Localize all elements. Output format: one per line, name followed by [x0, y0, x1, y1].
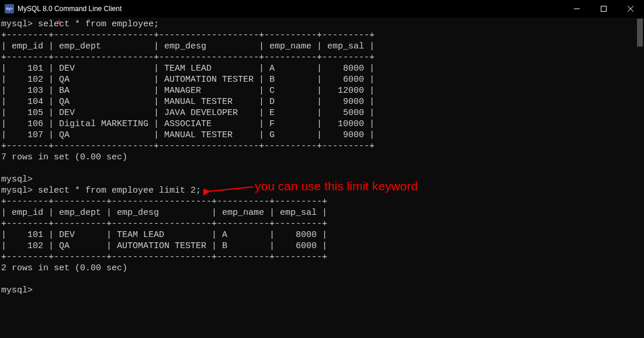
table1-row: | 101 | DEV | TEAM LEAD | A | 8000 |: [1, 64, 375, 74]
window-title: MySQL 8.0 Command Line Client: [18, 5, 563, 13]
query-line-1: mysql> select * from employee;: [1, 19, 159, 29]
terminal-output[interactable]: mysql> select * from employee; +--------…: [0, 18, 644, 338]
table1-border-bot: +--------+-------------------+----------…: [1, 141, 375, 151]
table1-row: | 107 | QA | MANUAL TESTER | G | 9000 |: [1, 130, 375, 140]
result1-status: 7 rows in set (0.00 sec): [1, 152, 127, 162]
query-line-2: mysql> select * from employee limit 2;: [1, 186, 201, 196]
table1-row: | 103 | BA | MANAGER | C | 12000 |: [1, 86, 375, 96]
table1-row: | 104 | QA | MANUAL TESTER | D | 9000 |: [1, 97, 375, 107]
table1-header-row: | emp_id | emp_dept | emp_desg | emp_nam…: [1, 41, 375, 51]
table2-row: | 102 | QA | AUTOMATION TESTER | B | 600…: [1, 241, 327, 251]
table1-row: | 105 | DEV | JAVA DEVELOPER | E | 5000 …: [1, 108, 375, 118]
annotation-text: you can use this limit keyword: [255, 179, 418, 193]
table2-header-row: | emp_id | emp_dept | emp_desg | emp_nam…: [1, 208, 327, 218]
table2-row: | 101 | DEV | TEAM LEAD | A | 8000 |: [1, 230, 327, 240]
blank-prompt-end: mysql>: [1, 285, 33, 295]
close-button[interactable]: [617, 0, 644, 18]
svg-rect-1: [601, 6, 607, 12]
annotation-arrow-icon: [203, 183, 256, 196]
blank-prompt: mysql>: [1, 175, 33, 184]
table1-row: | 102 | QA | AUTOMATION TESTER | B | 600…: [1, 75, 375, 85]
table2-border-mid: +--------+----------+-------------------…: [1, 219, 327, 229]
table1-border-mid: +--------+-------------------+----------…: [1, 53, 375, 62]
window-titlebar: MySQL 8.0 Command Line Client: [0, 0, 644, 18]
table1-border-top: +--------+-------------------+----------…: [1, 30, 375, 40]
maximize-button[interactable]: [590, 0, 617, 18]
svg-line-5: [208, 187, 253, 191]
table1-row: | 106 | Digital MARKETING | ASSOCIATE | …: [1, 119, 375, 129]
scrollbar-thumb[interactable]: [637, 19, 643, 47]
table2-border-bot: +--------+----------+-------------------…: [1, 252, 327, 262]
mysql-icon: [5, 4, 14, 13]
window-controls: [563, 0, 644, 18]
table2-border-top: +--------+----------+-------------------…: [1, 197, 327, 207]
minimize-button[interactable]: [563, 0, 590, 18]
result2-status: 2 rows in set (0.00 sec): [1, 263, 127, 273]
scrollbar-track[interactable]: [635, 18, 644, 338]
